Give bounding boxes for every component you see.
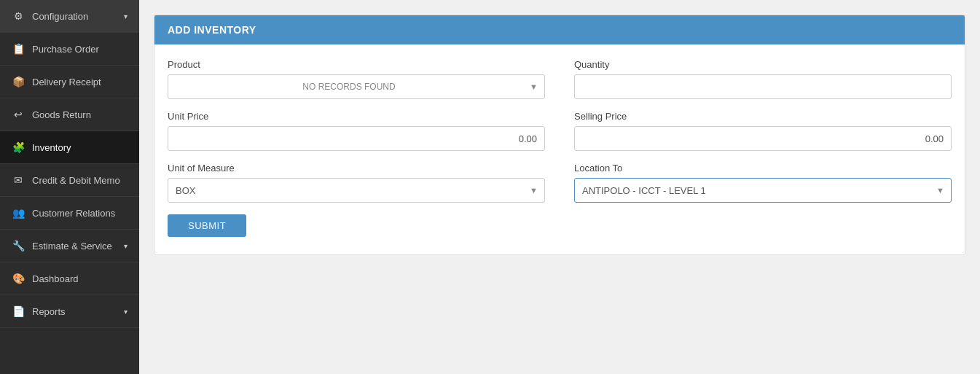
selling-price-label: Selling Price bbox=[574, 111, 952, 122]
goods-return-icon: ↩ bbox=[12, 109, 25, 120]
sidebar-item-label: Estimate & Service bbox=[32, 241, 112, 252]
unit-of-measure-label: Unit of Measure bbox=[168, 163, 545, 174]
sidebar-item-label: Credit & Debit Memo bbox=[32, 175, 120, 186]
card-body: Product NO RECORDS FOUND ▼ Quantity Uni bbox=[154, 44, 965, 254]
purchase-order-icon: 📋 bbox=[12, 43, 25, 55]
estimate-service-icon: 🔧 bbox=[12, 240, 25, 252]
product-group: Product NO RECORDS FOUND ▼ bbox=[168, 59, 545, 99]
unit-of-measure-group: Unit of Measure BOX ▼ bbox=[168, 163, 545, 203]
product-select[interactable]: NO RECORDS FOUND bbox=[168, 74, 545, 99]
quantity-input[interactable] bbox=[574, 74, 952, 99]
configuration-arrow-icon: ▾ bbox=[124, 12, 128, 20]
product-dropdown-wrapper: NO RECORDS FOUND ▼ bbox=[168, 74, 545, 99]
inventory-icon: 🧩 bbox=[12, 141, 25, 153]
sidebar: ⚙Configuration▾📋Purchase Order📦Delivery … bbox=[0, 0, 139, 374]
location-to-group: Location To ANTIPOLO - ICCT - LEVEL 1 ▼ bbox=[574, 163, 952, 203]
main-content: ADD INVENTORY Product NO RECORDS FOUND ▼… bbox=[139, 0, 980, 374]
sidebar-item-estimate-service[interactable]: 🔧Estimate & Service▾ bbox=[0, 230, 139, 262]
configuration-icon: ⚙ bbox=[12, 10, 25, 22]
sidebar-item-delivery-receipt[interactable]: 📦Delivery Receipt bbox=[0, 66, 139, 98]
sidebar-item-label: Purchase Order bbox=[32, 44, 99, 55]
add-inventory-card: ADD INVENTORY Product NO RECORDS FOUND ▼… bbox=[154, 15, 965, 255]
sidebar-item-credit-debit-memo[interactable]: ✉Credit & Debit Memo bbox=[0, 164, 139, 197]
unit-price-label: Unit Price bbox=[168, 111, 545, 122]
credit-debit-memo-icon: ✉ bbox=[12, 174, 25, 186]
card-header: ADD INVENTORY bbox=[154, 15, 965, 44]
sidebar-item-purchase-order[interactable]: 📋Purchase Order bbox=[0, 33, 139, 66]
product-label: Product bbox=[168, 59, 545, 70]
sidebar-item-label: Dashboard bbox=[32, 273, 79, 284]
sidebar-item-inventory[interactable]: 🧩Inventory bbox=[0, 131, 139, 164]
sidebar-item-label: Configuration bbox=[32, 11, 88, 22]
sidebar-item-label: Goods Return bbox=[32, 109, 91, 120]
form-grid: Product NO RECORDS FOUND ▼ Quantity Uni bbox=[168, 59, 952, 203]
sidebar-item-reports[interactable]: 📄Reports▾ bbox=[0, 295, 139, 328]
sidebar-item-goods-return[interactable]: ↩Goods Return bbox=[0, 98, 139, 131]
sidebar-item-customer-relations[interactable]: 👥Customer Relations bbox=[0, 197, 139, 230]
customer-relations-icon: 👥 bbox=[12, 207, 25, 219]
location-to-label: Location To bbox=[574, 163, 952, 174]
quantity-group: Quantity bbox=[574, 59, 952, 99]
submit-button[interactable]: SUBMIT bbox=[168, 214, 246, 237]
sidebar-item-dashboard[interactable]: 🎨Dashboard bbox=[0, 262, 139, 295]
sidebar-item-label: Reports bbox=[32, 306, 66, 317]
unit-price-group: Unit Price bbox=[168, 111, 545, 151]
quantity-label: Quantity bbox=[574, 59, 952, 70]
sidebar-item-label: Inventory bbox=[32, 142, 71, 153]
location-to-select[interactable]: ANTIPOLO - ICCT - LEVEL 1 bbox=[574, 178, 952, 203]
location-to-wrapper: ANTIPOLO - ICCT - LEVEL 1 ▼ bbox=[574, 178, 952, 203]
sidebar-item-label: Customer Relations bbox=[32, 208, 115, 219]
delivery-receipt-icon: 📦 bbox=[12, 76, 25, 87]
reports-arrow-icon: ▾ bbox=[124, 308, 128, 316]
dashboard-icon: 🎨 bbox=[12, 273, 25, 284]
unit-of-measure-select[interactable]: BOX bbox=[168, 178, 545, 203]
card-title: ADD INVENTORY bbox=[168, 24, 256, 36]
reports-icon: 📄 bbox=[12, 305, 25, 317]
sidebar-item-configuration[interactable]: ⚙Configuration▾ bbox=[0, 0, 139, 33]
sidebar-item-label: Delivery Receipt bbox=[32, 77, 101, 87]
unit-price-input[interactable] bbox=[168, 126, 545, 151]
selling-price-group: Selling Price bbox=[574, 111, 952, 151]
estimate-service-arrow-icon: ▾ bbox=[124, 242, 128, 250]
unit-of-measure-wrapper: BOX ▼ bbox=[168, 178, 545, 203]
selling-price-input[interactable] bbox=[574, 126, 952, 151]
